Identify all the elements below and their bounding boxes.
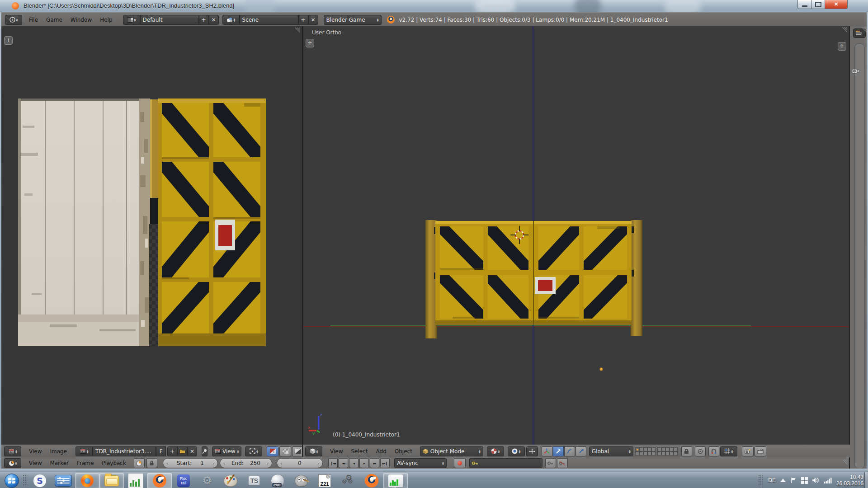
- v3d-menu-view[interactable]: View: [326, 448, 347, 455]
- close-button[interactable]: ✕: [825, 0, 848, 9]
- taskbar-icon-explorer[interactable]: [99, 473, 124, 488]
- rotate-manipulator-button[interactable]: [564, 446, 575, 456]
- taskbar-icon-blender[interactable]: [360, 474, 383, 488]
- taskbar-icon-gimp[interactable]: [289, 474, 313, 488]
- opengl-render-anim-button[interactable]: [755, 446, 766, 456]
- timeline-corner-resize-widget[interactable]: [841, 460, 848, 466]
- manipulator-toggle[interactable]: [526, 446, 538, 456]
- image-view-mode-select[interactable]: View ▲▼: [212, 446, 241, 456]
- delete-keyframe-button[interactable]: [557, 458, 568, 468]
- screen-layout-field[interactable]: Default: [140, 15, 199, 25]
- render-engine-select[interactable]: Blender Game▲▼: [324, 15, 382, 25]
- scene-field[interactable]: Scene: [240, 15, 298, 25]
- prev-keyframe-button[interactable]: ◂◂: [339, 458, 348, 468]
- speaker-icon[interactable]: [812, 477, 820, 483]
- new-image-button[interactable]: +: [167, 446, 177, 456]
- hidden-icons-chevron[interactable]: [780, 479, 786, 482]
- taskbar-icon-rocrail[interactable]: Roc rail: [172, 474, 195, 488]
- viewport-shading-select[interactable]: ▲▼: [487, 446, 504, 456]
- fake-user-button[interactable]: F: [156, 446, 166, 456]
- pin-button[interactable]: [202, 446, 208, 456]
- unlink-image-button[interactable]: ✕: [187, 446, 197, 456]
- pivot-select-image[interactable]: ▲▼: [245, 446, 262, 456]
- taskbar-icon-google-earth-pro[interactable]: PRO: [266, 474, 289, 488]
- snap-toggle-button[interactable]: [708, 446, 719, 456]
- editor-type-button-info[interactable]: i ▲▼: [5, 15, 22, 25]
- transform-orientation-select[interactable]: Global▲▼: [589, 446, 633, 456]
- proportional-edit-button[interactable]: [695, 446, 706, 456]
- screen-layout-icon-button[interactable]: ▲▼: [123, 15, 140, 25]
- layers-block-1[interactable]: [635, 447, 656, 455]
- network-signal-icon[interactable]: [824, 478, 832, 483]
- keying-set-field[interactable]: [469, 458, 542, 468]
- taskbar-grip[interactable]: [23, 474, 27, 486]
- toolbar-expand-button[interactable]: +: [306, 39, 314, 47]
- taskbar-icon-train-simulator[interactable]: TS: [242, 474, 266, 488]
- taskbar-icon-skype[interactable]: S: [28, 474, 52, 488]
- editor-type-button-3d[interactable]: ▲▼: [305, 446, 322, 456]
- draw-channel-color-alpha-button[interactable]: [267, 446, 278, 456]
- tl-menu-frame[interactable]: Frame: [73, 460, 98, 466]
- scene-icon-button[interactable]: ▲▼: [222, 15, 240, 25]
- language-indicator[interactable]: DE: [768, 477, 776, 483]
- pivot-point-select[interactable]: ▲▼: [508, 446, 525, 456]
- taskbar-icon-display-settings[interactable]: [52, 474, 75, 488]
- menu-help[interactable]: Help: [96, 17, 116, 23]
- draw-channel-color-button[interactable]: [279, 446, 291, 456]
- mode-select[interactable]: Object Mode ▲▼: [420, 446, 483, 456]
- av-sync-select[interactable]: AV-sync▲▼: [394, 458, 447, 468]
- image-browse-button[interactable]: ▲▼: [75, 446, 93, 456]
- props-corner-resize-widget[interactable]: [860, 27, 867, 34]
- add-screen-layout-button[interactable]: +: [199, 15, 209, 25]
- tl-menu-marker[interactable]: Marker: [46, 460, 72, 466]
- v3d-menu-add[interactable]: Add: [372, 448, 391, 455]
- taskbar-icon-gears[interactable]: ⚙⚙⚙: [336, 474, 360, 488]
- jump-to-start-button[interactable]: ❙◂◂: [328, 458, 338, 468]
- lock-to-scene-button[interactable]: [681, 446, 692, 456]
- editor-type-button-image[interactable]: ▲▼: [4, 446, 21, 456]
- object-origin-dot[interactable]: [599, 367, 603, 371]
- delete-screen-layout-button[interactable]: ✕: [209, 15, 219, 25]
- uv-corner-resize-widget[interactable]: [293, 28, 300, 34]
- show-desktop-button[interactable]: [864, 472, 868, 488]
- lock-time-button[interactable]: [146, 458, 157, 468]
- action-center-flag-icon[interactable]: [790, 477, 797, 483]
- snap-element-select[interactable]: ▲▼: [720, 446, 737, 456]
- current-frame-field[interactable]: ‹0›: [277, 458, 323, 468]
- opengl-render-button[interactable]: [742, 446, 754, 456]
- v3d-menu-object[interactable]: Object: [391, 448, 416, 455]
- uv-region-expand-button[interactable]: +: [4, 36, 13, 45]
- next-keyframe-button[interactable]: ▸▸: [370, 458, 379, 468]
- scale-manipulator-button[interactable]: [576, 446, 586, 456]
- start-button[interactable]: [2, 474, 22, 488]
- add-scene-button[interactable]: +: [298, 15, 308, 25]
- frame-start-field[interactable]: ‹Start:1›: [163, 458, 218, 468]
- taskbar-icon-task-manager[interactable]: [383, 473, 408, 488]
- translate-manipulator-button[interactable]: [553, 446, 564, 456]
- open-image-button[interactable]: [177, 446, 187, 456]
- taskbar-icon-system-monitor[interactable]: [124, 474, 147, 488]
- tl-menu-playback[interactable]: Playback: [98, 460, 130, 466]
- use-preview-range-button[interactable]: [134, 458, 145, 468]
- maximize-button[interactable]: [812, 0, 825, 9]
- properties-editor-sliver[interactable]: [849, 26, 868, 469]
- taskbar-icon-z21[interactable]: ⚙Z21: [313, 474, 336, 488]
- frame-end-field[interactable]: ‹End:250›: [220, 458, 272, 468]
- minimize-button[interactable]: [797, 0, 812, 9]
- render-camera-icon[interactable]: [852, 68, 859, 74]
- menu-file[interactable]: File: [25, 17, 42, 23]
- taskbar-icon-blender-active[interactable]: [147, 473, 172, 488]
- windows-update-icon[interactable]: [801, 477, 808, 484]
- taskbar-icon-firefox[interactable]: [75, 473, 99, 488]
- taskbar-icon-gear[interactable]: ⚙: [195, 474, 219, 488]
- jump-to-end-button[interactable]: ▸▸❙: [380, 458, 390, 468]
- v3d-menu-select[interactable]: Select: [347, 448, 372, 455]
- uv-menu-view[interactable]: View: [25, 448, 46, 455]
- tray-clock[interactable]: 10:43 26.03.2016: [836, 474, 863, 487]
- gate-model[interactable]: [425, 220, 642, 338]
- axis-widget-button[interactable]: [542, 446, 552, 456]
- image-name-field[interactable]: TDR_Industrietor3....: [93, 446, 156, 456]
- uv-image-editor[interactable]: +: [1, 26, 302, 445]
- menu-game[interactable]: Game: [42, 17, 66, 23]
- properties-scrollbar[interactable]: [854, 43, 865, 469]
